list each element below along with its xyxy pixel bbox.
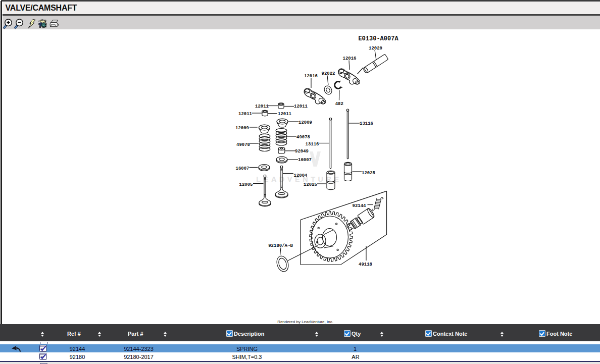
svg-text:12004: 12004 xyxy=(293,173,308,178)
svg-text:12025: 12025 xyxy=(304,182,317,187)
svg-text:49118: 49118 xyxy=(359,262,372,267)
svg-text:13116: 13116 xyxy=(305,142,319,147)
svg-text:12020: 12020 xyxy=(369,46,382,51)
svg-text:13116: 13116 xyxy=(360,121,373,126)
svg-text:12009: 12009 xyxy=(298,120,312,125)
svg-text:49078: 49078 xyxy=(236,142,250,147)
svg-text:16007: 16007 xyxy=(298,158,312,163)
svg-text:12025: 12025 xyxy=(362,171,375,176)
svg-text:12011: 12011 xyxy=(255,104,269,109)
svg-text:12011: 12011 xyxy=(238,112,253,117)
svg-text:16007: 16007 xyxy=(235,166,249,171)
svg-text:92144: 92144 xyxy=(352,203,366,209)
svg-text:12011: 12011 xyxy=(278,112,292,117)
svg-text:482: 482 xyxy=(335,101,343,107)
svg-text:92180/A~B: 92180/A~B xyxy=(268,243,293,248)
svg-text:12009: 12009 xyxy=(235,126,249,131)
svg-text:E0130-A007A: E0130-A007A xyxy=(358,35,398,42)
svg-text:12011: 12011 xyxy=(294,104,308,109)
svg-text:12005: 12005 xyxy=(239,182,253,187)
svg-text:12016: 12016 xyxy=(342,56,356,61)
svg-text:92049: 92049 xyxy=(295,149,309,154)
svg-text:92022: 92022 xyxy=(321,71,335,76)
svg-text:49078: 49078 xyxy=(296,135,310,140)
